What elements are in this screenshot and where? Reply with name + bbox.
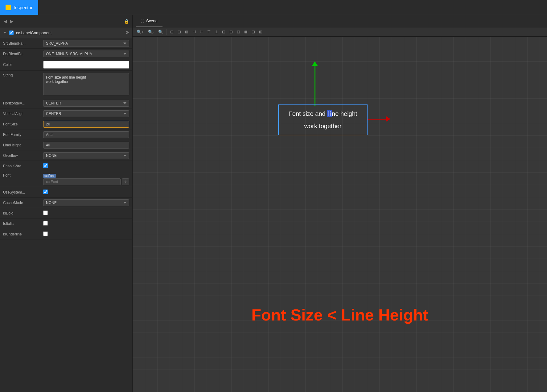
- font-badge: cc.Font: [43, 174, 56, 178]
- tool-4[interactable]: ⊣: [191, 29, 197, 35]
- horizontal-align-row: HorizontalA... CENTER: [0, 98, 132, 108]
- enable-wrap-value: [43, 163, 129, 169]
- horizontal-align-value: CENTER: [43, 100, 129, 107]
- font-pick-button[interactable]: ⊹: [122, 178, 129, 185]
- tool-1[interactable]: ⊞: [169, 29, 175, 35]
- tool-2[interactable]: ⊡: [176, 29, 183, 35]
- string-row: String Font size and line height work to…: [0, 71, 132, 98]
- font-label: Font: [3, 173, 43, 178]
- red-arrow-line: [368, 119, 386, 120]
- is-underline-row: IsUnderline: [0, 229, 132, 239]
- color-swatch[interactable]: [43, 61, 129, 69]
- scene-panel: ⛶ Scene 🔍+ 🔍- 🔍 ⊞ ⊡ ⊠ ⊣ ⊢ ⊤ ⊥ ⊟ ⊞ ⊡ ⊠ ⊟ …: [133, 15, 547, 392]
- cache-mode-label: CacheMode: [3, 201, 43, 205]
- is-bold-checkbox[interactable]: [43, 210, 48, 215]
- is-underline-value: [43, 231, 129, 237]
- horizontal-align-label: HorizontalA...: [3, 101, 43, 105]
- toolbar-divider-1: [167, 29, 167, 35]
- scene-tab[interactable]: ⛶ Scene: [136, 15, 162, 27]
- label-line1: Font size and line height: [282, 108, 363, 120]
- tool-12[interactable]: ⊟: [250, 29, 257, 35]
- font-family-label: FontFamily: [3, 133, 43, 137]
- component-title: cc.LabelComponent: [16, 31, 123, 35]
- font-size-label: FontSize: [3, 122, 43, 126]
- tool-5[interactable]: ⊢: [198, 29, 205, 35]
- string-textarea[interactable]: Font size and line height work together: [43, 73, 129, 95]
- nav-next-button[interactable]: ▶: [10, 18, 14, 24]
- tool-3[interactable]: ⊠: [183, 29, 190, 35]
- vertical-align-value: CENTER: [43, 110, 129, 117]
- overflow-label: Overflow: [3, 153, 43, 158]
- green-arrow: [312, 61, 318, 106]
- inspector-tab[interactable]: Inspector: [0, 0, 38, 15]
- use-system-font-value: [43, 190, 129, 195]
- src-blend-select[interactable]: SRC_ALPHA: [43, 40, 129, 47]
- line-height-input[interactable]: [43, 142, 129, 149]
- collapse-arrow-icon[interactable]: ▼: [3, 31, 7, 35]
- font-field: cc.Font ⊹: [43, 173, 129, 185]
- enable-wrap-checkbox[interactable]: [43, 163, 48, 168]
- overflow-select[interactable]: NONE: [43, 152, 129, 159]
- is-italic-value: [43, 221, 129, 227]
- vertical-align-select[interactable]: CENTER: [43, 110, 129, 117]
- is-bold-label: IsBold: [3, 211, 43, 215]
- font-row: Font cc.Font ⊹: [0, 171, 132, 187]
- font-input[interactable]: [43, 178, 121, 185]
- red-arrow-head: [386, 116, 390, 122]
- tool-8[interactable]: ⊟: [220, 29, 227, 35]
- font-family-value: [43, 131, 129, 138]
- line-height-value: [43, 142, 129, 149]
- is-underline-checkbox[interactable]: [43, 231, 48, 236]
- is-italic-checkbox[interactable]: [43, 221, 48, 226]
- cache-mode-select[interactable]: NONE: [43, 199, 129, 206]
- red-arrow: [368, 116, 390, 122]
- component-header: ▼ cc.LabelComponent ⚙: [0, 27, 132, 38]
- src-blend-row: SrcBlendFa... SRC_ALPHA: [0, 38, 132, 49]
- cache-mode-row: CacheMode NONE: [0, 198, 132, 208]
- green-arrow-line: [315, 66, 315, 106]
- zoom-fit-button[interactable]: 🔍: [157, 29, 165, 35]
- scene-tab-icon: ⛶: [141, 19, 144, 23]
- inspector-tab-icon: [6, 5, 11, 10]
- is-italic-row: IsItalic: [0, 218, 132, 229]
- scene-tabs: ⛶ Scene: [133, 15, 547, 27]
- zoom-out-button[interactable]: 🔍-: [146, 29, 156, 35]
- lock-icon: 🔒: [124, 19, 129, 24]
- tool-6[interactable]: ⊤: [206, 29, 212, 35]
- dst-blend-select[interactable]: ONE_MINUS_SRC_ALPHA: [43, 51, 129, 57]
- dst-blend-row: DstBlendFa... ONE_MINUS_SRC_ALPHA: [0, 49, 132, 59]
- nav-prev-button[interactable]: ◀: [3, 18, 8, 24]
- horizontal-align-select[interactable]: CENTER: [43, 100, 129, 107]
- label-box: Font size and line height work together: [278, 104, 368, 135]
- cache-mode-value: NONE: [43, 199, 129, 206]
- overflow-row: Overflow NONE: [0, 150, 132, 161]
- font-family-input[interactable]: [43, 131, 129, 138]
- tool-11[interactable]: ⊠: [243, 29, 249, 35]
- big-label: Font Size < Line Height: [251, 306, 428, 324]
- component-gear-button[interactable]: ⚙: [125, 30, 129, 35]
- use-system-font-label: UseSystem...: [3, 190, 43, 194]
- line-height-label: LineHeight: [3, 143, 43, 147]
- component-enable-checkbox[interactable]: [9, 31, 14, 35]
- zoom-in-button[interactable]: 🔍+: [135, 29, 146, 35]
- is-underline-label: IsUnderline: [3, 232, 43, 236]
- color-label: Color: [3, 63, 43, 67]
- src-blend-value: SRC_ALPHA: [43, 40, 129, 47]
- label-line2: work together: [282, 120, 363, 132]
- font-size-input[interactable]: [43, 121, 129, 128]
- tool-7[interactable]: ⊥: [213, 29, 220, 35]
- enable-wrap-row: EnableWra...: [0, 161, 132, 171]
- is-bold-value: [43, 210, 129, 216]
- dst-blend-label: DstBlendFa...: [3, 52, 43, 56]
- font-size-row: FontSize: [0, 119, 132, 129]
- tool-13[interactable]: ⊞: [257, 29, 264, 35]
- tool-9[interactable]: ⊞: [228, 29, 234, 35]
- font-family-row: FontFamily: [0, 129, 132, 140]
- label-highlight: li: [327, 110, 332, 117]
- vertical-align-row: VerticalAlign CENTER: [0, 108, 132, 119]
- inspector-tab-label: Inspector: [14, 5, 33, 10]
- use-system-font-checkbox[interactable]: [43, 190, 48, 194]
- scene-canvas[interactable]: Font size and line height work together …: [133, 37, 547, 392]
- tool-10[interactable]: ⊡: [235, 29, 242, 35]
- use-system-font-row: UseSystem...: [0, 187, 132, 198]
